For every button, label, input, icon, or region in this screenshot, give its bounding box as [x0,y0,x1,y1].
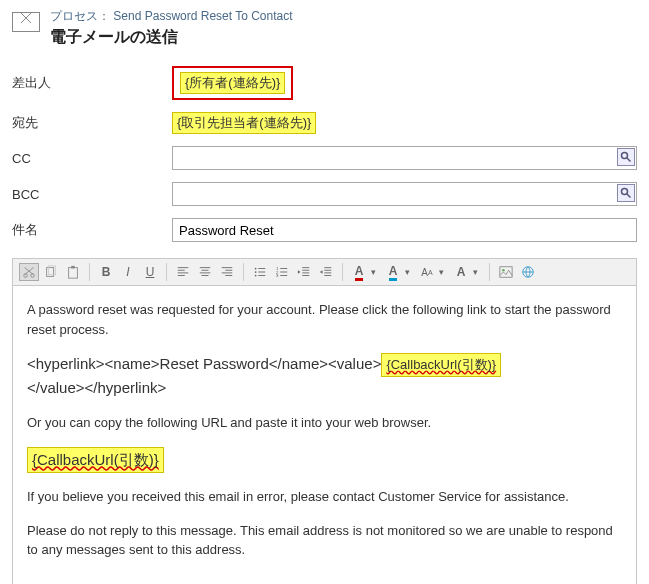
body-p3: If you believe you received this email i… [27,487,622,507]
svg-point-17 [502,269,505,272]
from-value[interactable]: {所有者(連絡先)} [180,72,285,94]
mail-icon [12,12,40,32]
svg-point-2 [622,189,628,195]
body-hyperlink-line: <hyperlink><name>Reset Password</name><v… [27,353,622,399]
font-size-icon[interactable]: AA [417,263,437,281]
body-p1: A password reset was requested for your … [27,300,622,339]
callback-token: {CallbackUrl(引数)} [27,447,164,474]
cut-icon[interactable] [19,263,39,281]
process-line: プロセス： Send Password Reset To Contact [50,8,293,25]
to-label: 宛先 [12,114,172,132]
hyper-pre: <hyperlink><name>Reset Password</name><v… [27,355,381,372]
from-label: 差出人 [12,74,172,92]
page-title: 電子メールの送信 [50,27,293,48]
from-highlight-frame: {所有者(連絡先)} [172,66,293,100]
align-left-icon[interactable] [173,263,193,281]
chevron-down-icon[interactable]: ▾ [473,267,483,277]
subject-label: 件名 [12,221,172,239]
svg-rect-9 [71,266,75,269]
italic-icon[interactable]: I [118,263,138,281]
svg-line-3 [627,194,631,198]
link-icon[interactable] [518,263,538,281]
lookup-icon[interactable] [617,148,635,166]
email-body-editor[interactable]: A password reset was requested for your … [12,286,637,584]
process-prefix: プロセス： [50,9,110,23]
font-family-icon[interactable]: A [451,263,471,281]
svg-point-0 [622,153,628,159]
align-right-icon[interactable] [217,263,237,281]
chevron-down-icon[interactable]: ▾ [371,267,381,277]
chevron-down-icon[interactable]: ▾ [405,267,415,277]
bcc-label: BCC [12,187,172,202]
to-value[interactable]: {取引先担当者(連絡先)} [172,112,316,134]
body-p4: Please do not reply to this message. Thi… [27,521,622,560]
cc-label: CC [12,151,172,166]
svg-point-11 [255,271,257,273]
svg-point-12 [255,275,257,277]
bullet-list-icon[interactable] [250,263,270,281]
bcc-input[interactable] [172,182,637,206]
callback-token: {CallbackUrl(引数)} [381,353,501,377]
bold-icon[interactable]: B [96,263,116,281]
chevron-down-icon[interactable]: ▾ [439,267,449,277]
paste-icon[interactable] [63,263,83,281]
lookup-icon[interactable] [617,184,635,202]
indent-icon[interactable] [316,263,336,281]
subject-input[interactable] [172,218,637,242]
image-icon[interactable] [496,263,516,281]
svg-text:3: 3 [276,273,279,278]
copy-icon[interactable] [41,263,61,281]
svg-rect-8 [69,268,78,279]
svg-line-1 [627,158,631,162]
underline-icon[interactable]: U [140,263,160,281]
svg-point-10 [255,268,257,270]
font-color-icon[interactable]: A [349,263,369,281]
outdent-icon[interactable] [294,263,314,281]
body-p2: Or you can copy the following URL and pa… [27,413,622,433]
number-list-icon[interactable]: 123 [272,263,292,281]
process-name: Send Password Reset To Contact [113,9,292,23]
align-center-icon[interactable] [195,263,215,281]
editor-toolbar: B I U 123 A▾ A▾ AA▾ A▾ [12,258,637,286]
bg-color-icon[interactable]: A [383,263,403,281]
cc-input[interactable] [172,146,637,170]
hyper-post: </value></hyperlink> [27,379,166,396]
